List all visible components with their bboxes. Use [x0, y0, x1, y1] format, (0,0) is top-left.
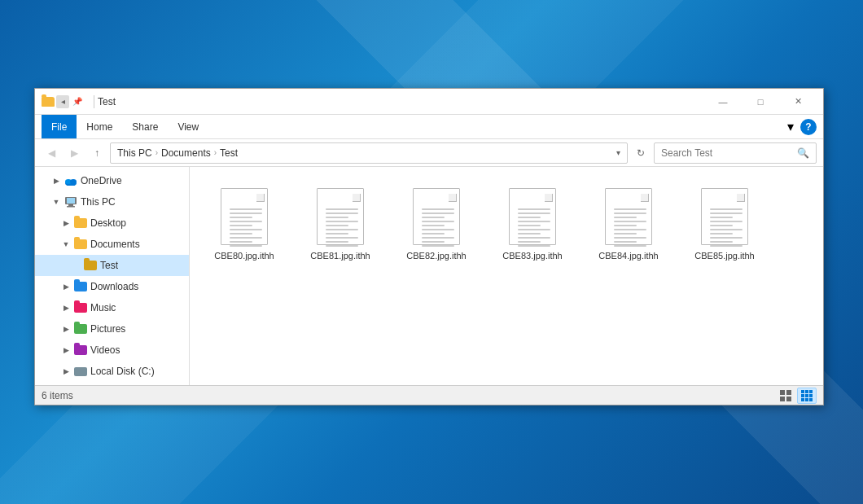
sidebar-item-onedrive[interactable]: ▶ OneDrive — [35, 170, 189, 191]
file-item-5[interactable]: CBE85.jpg.ithh — [680, 177, 769, 268]
back-button[interactable]: ◀ — [42, 143, 61, 163]
sidebar-item-music[interactable]: ▶ Music — [35, 297, 189, 318]
doc-line — [710, 229, 743, 230]
sidebar-item-label-pictures: Pictures — [90, 323, 125, 335]
menu-expand-arrow[interactable]: ▾ — [787, 119, 794, 134]
expander-desktop[interactable]: ▶ — [61, 218, 71, 228]
svg-rect-8 — [786, 390, 791, 395]
pc-icon — [64, 195, 77, 208]
sidebar-item-local-disk[interactable]: ▶ Local Disk (C:) — [35, 361, 189, 382]
breadcrumb-this-pc[interactable]: This PC — [117, 147, 152, 159]
sidebar-item-documents[interactable]: ▼ Documents — [35, 234, 189, 255]
expander-pictures[interactable]: ▶ — [61, 324, 71, 334]
svg-rect-17 — [801, 398, 804, 401]
file-item-3[interactable]: CBE83.jpg.ithh — [488, 177, 577, 268]
doc-corner-fold — [737, 194, 745, 202]
expander-this-pc[interactable]: ▼ — [51, 197, 61, 207]
list-view-button[interactable] — [797, 388, 817, 404]
expander-onedrive[interactable]: ▶ — [51, 176, 61, 186]
file-name-2: CBE82.jpg.ithh — [406, 250, 466, 261]
file-item-1[interactable]: CBE81.jpg.ithh — [296, 177, 385, 268]
sidebar: ▶ OneDrive ▼ — [35, 167, 190, 385]
sidebar-item-this-pc[interactable]: ▼ This PC — [35, 191, 189, 213]
expander-music[interactable]: ▶ — [61, 303, 71, 313]
grid-view-button[interactable] — [776, 388, 795, 404]
refresh-button[interactable]: ↻ — [631, 143, 651, 163]
doc-line — [230, 217, 252, 218]
onedrive-icon — [64, 174, 77, 187]
forward-button[interactable]: ▶ — [64, 143, 84, 163]
svg-rect-19 — [809, 398, 813, 401]
doc-line — [422, 245, 454, 247]
address-dropdown-arrow[interactable]: ▾ — [616, 148, 620, 157]
window-title: Test — [98, 96, 704, 107]
maximize-button[interactable]: □ — [742, 89, 779, 115]
documents-folder-icon — [74, 238, 87, 251]
sidebar-item-downloads[interactable]: ▶ Downloads — [35, 276, 189, 297]
close-button[interactable]: ✕ — [779, 89, 817, 115]
file-item-4[interactable]: CBE84.jpg.ithh — [584, 177, 673, 268]
doc-corner-fold — [353, 194, 361, 202]
sidebar-item-pictures[interactable]: ▶ Pictures — [35, 318, 189, 340]
item-count: 6 items — [42, 390, 776, 401]
doc-corner-fold — [449, 194, 457, 202]
doc-line — [230, 241, 252, 243]
expander-downloads[interactable]: ▶ — [61, 282, 71, 291]
file-grid: CBE80.jpg.ithh CBE81.jpg.ithh — [199, 177, 813, 375]
sidebar-item-desktop[interactable]: ▶ Desktop — [35, 213, 189, 234]
doc-line — [518, 229, 550, 230]
doc-line — [614, 217, 637, 218]
doc-line — [518, 217, 541, 218]
title-separator — [94, 95, 94, 108]
search-icon[interactable]: 🔍 — [797, 147, 809, 159]
doc-lines — [230, 208, 262, 249]
breadcrumb-documents[interactable]: Documents — [161, 147, 211, 159]
doc-line — [422, 241, 445, 243]
window-folder-icon — [42, 97, 55, 107]
sidebar-item-label-local-disk: Local Disk (C:) — [90, 366, 155, 377]
doc-line — [230, 221, 262, 222]
menu-home[interactable]: Home — [77, 115, 122, 138]
file-item-2[interactable]: CBE82.jpg.ithh — [392, 177, 481, 268]
breadcrumb-sep1: › — [156, 148, 158, 157]
help-button[interactable]: ? — [800, 119, 817, 135]
sidebar-item-videos[interactable]: ▶ Videos — [35, 340, 189, 361]
doc-line — [518, 237, 550, 239]
doc-corner-fold — [256, 194, 265, 202]
expander-videos[interactable]: ▶ — [61, 345, 71, 355]
up-button[interactable]: ↑ — [87, 143, 107, 163]
doc-body — [413, 188, 460, 245]
doc-line — [614, 233, 637, 234]
downloads-folder-icon — [74, 280, 87, 293]
title-pin-icon[interactable]: 📌 — [71, 95, 84, 108]
doc-line — [710, 245, 743, 247]
doc-line — [422, 233, 445, 234]
file-icon-4 — [602, 183, 655, 245]
search-input[interactable] — [661, 147, 794, 159]
doc-line — [326, 221, 358, 222]
file-name-5: CBE85.jpg.ithh — [694, 250, 754, 261]
file-icon-1 — [314, 183, 366, 245]
svg-rect-9 — [780, 397, 785, 401]
expander-documents[interactable]: ▼ — [61, 239, 71, 249]
expander-local-disk[interactable]: ▶ — [61, 366, 71, 376]
menu-view[interactable]: View — [168, 115, 208, 138]
sidebar-item-label-videos: Videos — [90, 344, 120, 356]
doc-lines — [518, 208, 550, 249]
menu-share[interactable]: Share — [122, 115, 168, 138]
sidebar-item-test[interactable]: Test — [35, 255, 189, 276]
menu-file[interactable]: File — [42, 115, 77, 138]
doc-line — [326, 208, 358, 210]
doc-line — [230, 213, 262, 214]
doc-line — [518, 213, 550, 214]
title-back-icon[interactable]: ◂ — [56, 95, 69, 108]
address-bar[interactable]: This PC › Documents › Test ▾ — [110, 142, 628, 164]
minimize-button[interactable]: — — [704, 89, 742, 115]
search-bar[interactable]: 🔍 — [654, 142, 817, 164]
file-explorer-window: ◂ 📌 Test — □ ✕ File Home Share View ▾ ? … — [34, 88, 824, 405]
file-item-0[interactable]: CBE80.jpg.ithh — [199, 177, 289, 268]
doc-line — [710, 208, 743, 210]
doc-line — [710, 237, 743, 239]
main-content: ▶ OneDrive ▼ — [35, 167, 823, 385]
doc-line — [710, 221, 743, 222]
